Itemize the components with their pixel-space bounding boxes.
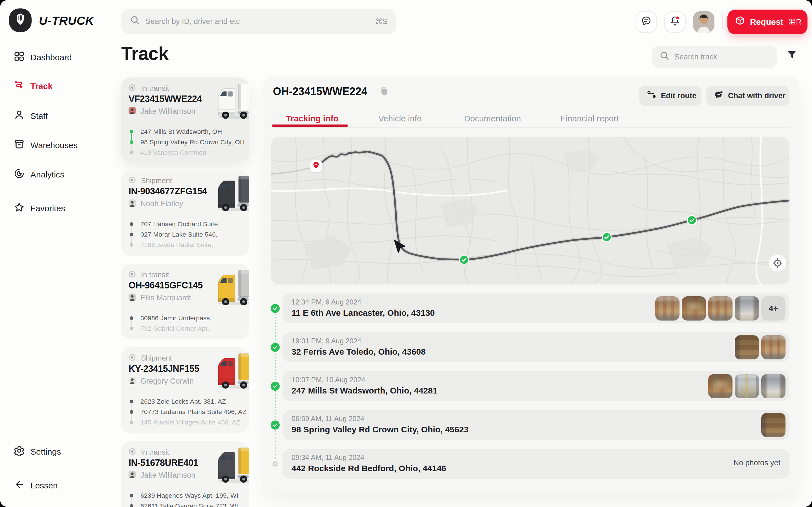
copy-icon[interactable] (380, 85, 388, 98)
sidebar-item-lessen[interactable]: Lessen (0, 476, 115, 495)
timeline-stop-row[interactable]: 09:34 AM, 11 Aug 2024 442 Rockside Rd Be… (283, 449, 790, 479)
page-title: Track (121, 43, 168, 64)
analytics-icon (13, 168, 25, 181)
shield-icon (15, 12, 26, 28)
tab-documentation[interactable]: Documentation (464, 114, 521, 123)
stop-address: 7186 Jayde Radial Suite, (129, 240, 244, 250)
stops-list: 2623 Zoie Locks Apt. 381, AZ70773 Ladari… (129, 396, 244, 428)
stop-address: 30986 Jamir Underpass (129, 313, 244, 323)
timeline-stop-row[interactable]: 06:59 AM, 11 Aug 2024 98 Spring Valley R… (283, 410, 790, 440)
no-photos-label: No photos yet (733, 459, 780, 467)
delivery-photo[interactable] (708, 296, 732, 321)
stop-address: 98 Spring Valley Rd Crown City, Ohio, 45… (292, 425, 469, 434)
shipment-card-KY-23415JNF155[interactable]: Shipment KY-23415JNF155 Gregory Corwin 2… (121, 347, 249, 434)
driver-avatar (129, 106, 136, 117)
notifications-button[interactable] (664, 11, 686, 33)
search-shortcut: ⌘S (375, 17, 388, 26)
timeline-pending-icon (273, 461, 278, 466)
funnel-icon (787, 50, 796, 61)
global-search-input[interactable]: Search by ID, driver and etc ⌘S (121, 9, 396, 34)
stop-dot-icon (130, 420, 133, 424)
shipment-status: Shipment (141, 354, 172, 362)
delivery-photo[interactable] (682, 296, 706, 321)
delivery-photo[interactable] (761, 374, 785, 398)
stop-time: 09:34 AM, 11 Aug 2024 (292, 453, 364, 462)
driver-name: Jake Williamson (140, 471, 195, 480)
shipment-id-title: OH-23415WWE224 (273, 85, 388, 98)
timeline-check-icon (271, 420, 280, 430)
tab-vehicle-info[interactable]: Vehicle info (378, 114, 421, 123)
sidebar-item-label: Staff (31, 111, 48, 121)
stop-address: 98 Spring Valley Rd Crown City, OH (129, 137, 244, 147)
search-icon (660, 51, 669, 63)
delivery-photo[interactable] (761, 413, 785, 437)
shipment-card-IN-9034677ZFG154[interactable]: Shipment IN-9034677ZFG154 Noah Flatley 7… (121, 170, 249, 256)
driver-avatar (129, 470, 136, 481)
stops-list: 30986 Jamir Underpass792 Gabriel Corner … (129, 313, 244, 334)
shipment-card-OH-96415GFC145[interactable]: In transit OH-96415GFC145 Ellis Marquard… (121, 264, 249, 339)
delivery-photo[interactable] (655, 296, 679, 321)
topbar-divider (722, 15, 723, 29)
route-map[interactable] (271, 137, 790, 284)
shipment-card-VF23415WWE224[interactable]: In transit VF23415WWE224 Jake Williamson… (121, 77, 249, 162)
sidebar-item-staff[interactable]: Staff (0, 107, 115, 126)
track-route-icon (13, 79, 25, 93)
edit-route-button[interactable]: Edit route (639, 86, 702, 106)
sidebar-item-settings[interactable]: Settings (0, 442, 115, 461)
status-icon (129, 83, 136, 94)
filter-button[interactable] (784, 48, 800, 64)
sidebar: DashboardTrackStaffWarehousesAnalyticsFa… (0, 44, 115, 507)
locate-crosshair-icon (769, 255, 786, 272)
delivery-photo[interactable] (761, 335, 785, 359)
more-photos-badge[interactable]: 4+ (761, 296, 785, 321)
status-icon (129, 447, 136, 457)
stops-list: 247 Mills St Wadsworth, OH98 Spring Vall… (129, 126, 244, 158)
arrow-left-icon (13, 479, 25, 492)
delivery-photo[interactable] (735, 296, 759, 321)
shipment-id: OH-96415GFC145 (129, 280, 203, 291)
sidebar-item-analytics[interactable]: Analytics (0, 165, 115, 184)
stop-time: 19:01 PM, 9 Aug 2024 (292, 337, 361, 345)
driver-avatar (129, 199, 136, 209)
status-icon (129, 175, 136, 186)
shipment-id: IN-9034677ZFG154 (129, 186, 207, 196)
delivery-photo[interactable] (708, 374, 732, 398)
timeline-stop-row[interactable]: 19:01 PM, 9 Aug 2024 32 Ferris Ave Toled… (283, 332, 790, 362)
sidebar-item-label: Warehouses (31, 140, 78, 150)
sidebar-item-warehouses[interactable]: Warehouses (0, 136, 115, 155)
shipment-status: In transit (141, 448, 169, 457)
driver-name: Noah Flatley (140, 200, 183, 208)
timeline-check-icon (271, 382, 280, 391)
timeline-check-icon (271, 304, 280, 313)
timeline-stop-row[interactable]: 10:07 PM, 10 Aug 2024 247 Mills St Wadsw… (283, 371, 790, 401)
favorites-star-icon (13, 202, 25, 215)
delivery-photo[interactable] (735, 335, 759, 359)
sidebar-item-favorites[interactable]: Favorites (0, 199, 115, 218)
sidebar-item-dashboard[interactable]: Dashboard (0, 48, 115, 67)
stop-dot-icon (130, 140, 133, 144)
request-shortcut: ⌘R (788, 17, 802, 26)
chat-button[interactable] (636, 11, 657, 33)
sidebar-item-track[interactable]: Track (0, 76, 115, 96)
stops-list: 6239 Hagenes Ways Apt. 195, WI62611 Tali… (129, 490, 244, 507)
track-search-input[interactable]: Search track (652, 46, 777, 68)
delivery-photo[interactable] (735, 374, 759, 398)
sidebar-item-label: Dashboard (31, 53, 72, 62)
chat-with-driver-button[interactable]: Chat with driver (706, 86, 790, 106)
stop-dot-icon (130, 243, 133, 247)
request-button[interactable]: Request ⌘R (727, 10, 808, 34)
shipment-card-IN-51678URE401[interactable]: In transit IN-51678URE401 Jake Williamso… (121, 441, 249, 507)
stop-address: 027 Morar Lake Suite 546, (129, 229, 244, 240)
brand-logo[interactable] (9, 8, 32, 32)
sidebar-item-label: Track (31, 81, 52, 91)
sidebar-item-label: Favorites (31, 204, 65, 213)
active-tab-underline (272, 124, 348, 127)
search-placeholder: Search by ID, driver and etc (146, 17, 240, 26)
stop-time: 10:07 PM, 10 Aug 2024 (292, 376, 365, 384)
request-label: Request (750, 17, 783, 27)
warehouses-icon (13, 138, 25, 152)
user-avatar[interactable] (693, 11, 714, 33)
tab-financial-report[interactable]: Financial report (560, 114, 619, 123)
timeline-stop-row[interactable]: 12:34 PM, 9 Aug 2024 11 E 6th Ave Lancas… (283, 293, 790, 323)
tab-tracking-info[interactable]: Tracking info (286, 114, 339, 123)
